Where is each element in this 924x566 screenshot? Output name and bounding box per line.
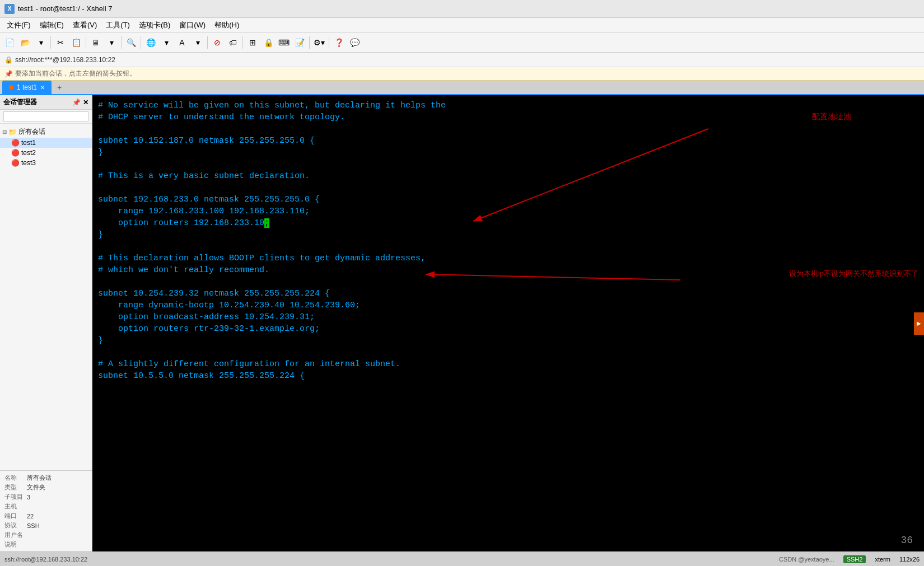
info-value-name: 所有会话 <box>26 473 88 483</box>
toolbar-keyboard-btn[interactable]: ⌨ <box>277 35 291 50</box>
info-row-port: 端口 22 <box>3 511 88 521</box>
annotation-address-pool: 配置地址池 <box>812 112 851 122</box>
sidebar-header: 会话管理器 📌 ✕ <box>0 95 92 110</box>
menu-file[interactable]: 文件(F) <box>2 19 35 31</box>
info-row-host: 主机 <box>3 502 88 511</box>
bottom-info-panel: 名称 所有会话 类型 文件夹 子项目 3 主机 端口 22 <box>0 470 92 551</box>
toolbar-lock-btn[interactable]: 🔒 <box>261 35 276 50</box>
status-ssh-badge: SSH2 <box>843 555 866 563</box>
tab-indicator <box>9 85 13 90</box>
sidebar-header-icons: 📌 ✕ <box>72 99 88 106</box>
toolbar-help-btn[interactable]: ❓ <box>332 35 346 50</box>
info-label-port: 端口 <box>3 511 26 521</box>
tab-close-btn[interactable]: ✕ <box>40 85 45 91</box>
sidebar-pin-icon[interactable]: 📌 <box>72 99 81 106</box>
main-layout: 会话管理器 📌 ✕ ⊟ 📁 所有会话 🔴 test1 🔴 test2 <box>0 95 924 551</box>
info-text: 要添加当前会话，点击左侧的箭头按钮。 <box>15 69 136 78</box>
info-label-protocol: 协议 <box>3 521 26 530</box>
tab-add-btn[interactable]: + <box>53 81 66 94</box>
right-edge-indicator: ▶ <box>914 312 924 335</box>
tree-root-label: 所有会话 <box>18 127 45 137</box>
info-label-note: 说明 <box>3 540 26 549</box>
toolbar-sep-3 <box>121 36 122 49</box>
info-icon: 📌 <box>4 70 13 78</box>
toolbar-copy-btn[interactable]: 📋 <box>69 35 83 50</box>
status-website: CSDN @yextaoye... <box>779 556 834 563</box>
ssh-address: ssh://root:***@192.168.233.10:22 <box>15 56 115 64</box>
toolbar-sep-5 <box>207 36 208 49</box>
info-bar: 📌 要添加当前会话，点击左侧的箭头按钮。 <box>0 67 924 81</box>
tree-label-test2: test2 <box>21 149 36 157</box>
menu-bar: 文件(F) 编辑(E) 查看(V) 工具(T) 选项卡(B) 窗口(W) 帮助(… <box>0 18 924 32</box>
info-value-note <box>26 540 88 549</box>
session-icon-test2: 🔴 <box>11 149 20 157</box>
info-label-name: 名称 <box>3 473 26 483</box>
toolbar-new-btn[interactable]: 📄 <box>2 35 17 50</box>
terminal-area[interactable]: # No service will be given on this subne… <box>92 95 924 551</box>
toolbar-dropdown3-btn[interactable]: ▾ <box>159 35 174 50</box>
toolbar-sep-8 <box>329 36 329 49</box>
info-value-children: 3 <box>26 492 88 502</box>
toolbar-connect-btn[interactable]: 🖥 <box>88 35 103 50</box>
toolbar-dropdown2-btn[interactable]: ▾ <box>104 35 119 50</box>
tree-item-root[interactable]: ⊟ 📁 所有会话 <box>0 126 92 138</box>
menu-tabs[interactable]: 选项卡(B) <box>134 19 175 31</box>
tab-bar: 1 test1 ✕ + <box>0 81 924 95</box>
info-label-username: 用户名 <box>3 530 26 540</box>
toolbar-sep-6 <box>242 36 243 49</box>
toolbar-resize-btn[interactable]: ⊞ <box>245 35 260 50</box>
sidebar-tree: ⊟ 📁 所有会话 🔴 test1 🔴 test2 🔴 test3 <box>0 124 92 470</box>
lock-icon: 🔒 <box>4 56 13 64</box>
menu-view[interactable]: 查看(V) <box>68 19 101 31</box>
sidebar-search <box>0 110 92 124</box>
tree-item-test3[interactable]: 🔴 test3 <box>0 158 92 168</box>
menu-help[interactable]: 帮助(H) <box>210 19 244 31</box>
sidebar-title: 会话管理器 <box>3 97 37 107</box>
toolbar-mark-btn[interactable]: 🏷 <box>226 35 240 50</box>
toolbar-session-dropdown-btn[interactable]: ⚙▾ <box>312 35 326 50</box>
collapse-icon: ⊟ <box>2 129 7 135</box>
info-value-username <box>26 530 88 540</box>
menu-window[interactable]: 窗口(W) <box>175 19 210 31</box>
toolbar-dropdown-btn[interactable]: ▾ <box>34 35 48 50</box>
status-address: ssh://root@192.168.233.10:22 <box>4 556 87 563</box>
info-row-note: 说明 <box>3 540 88 549</box>
tab-test1[interactable]: 1 test1 ✕ <box>2 81 52 94</box>
toolbar: 📄 📂 ▾ ✂ 📋 🖥 ▾ 🔍 🌐 ▾ A ▾ ⊘ 🏷 ⊞ 🔒 ⌨ 📝 ⚙▾ ❓… <box>0 32 924 53</box>
toolbar-dropdown4-btn[interactable]: ▾ <box>190 35 205 50</box>
info-row-children: 子项目 3 <box>3 492 88 502</box>
toolbar-globe-btn[interactable]: 🌐 <box>143 35 158 50</box>
info-row-name: 名称 所有会话 <box>3 473 88 483</box>
info-label-children: 子项目 <box>3 492 26 502</box>
terminal-content[interactable]: # No service will be given on this subne… <box>92 95 924 551</box>
menu-edit[interactable]: 编辑(E) <box>35 19 68 31</box>
session-icon-test3: 🔴 <box>11 159 20 167</box>
toolbar-stop-btn[interactable]: ⊘ <box>210 35 225 50</box>
info-row-protocol: 协议 SSH <box>3 521 88 530</box>
status-bar: ssh://root@192.168.233.10:22 CSDN @yexta… <box>0 551 924 566</box>
tree-item-test1[interactable]: 🔴 test1 <box>0 138 92 148</box>
menu-tools[interactable]: 工具(T) <box>101 19 134 31</box>
info-row-username: 用户名 <box>3 530 88 540</box>
tab-bar-wrapper: 1 test1 ✕ + <box>0 81 924 95</box>
sidebar-search-input[interactable] <box>3 111 88 121</box>
tree-item-test2[interactable]: 🔴 test2 <box>0 148 92 158</box>
app-icon: X <box>4 4 15 14</box>
sidebar-close-icon[interactable]: ✕ <box>83 99 88 106</box>
info-value-port: 22 <box>26 511 88 521</box>
toolbar-zoom-btn[interactable]: 🔍 <box>124 35 138 50</box>
toolbar-script-btn[interactable]: 📝 <box>292 35 307 50</box>
title-bar: X test1 - root@test1:/ - Xshell 7 <box>0 0 924 18</box>
toolbar-font-btn[interactable]: A <box>175 35 189 50</box>
toolbar-sep-7 <box>309 36 310 49</box>
toolbar-open-btn[interactable]: 📂 <box>18 35 32 50</box>
line-number: 36 <box>900 535 913 546</box>
folder-icon: 📁 <box>8 128 17 136</box>
info-value-host <box>26 502 88 511</box>
annotation-router-note: 设为本机ip不设为网关不然系统识别不了 <box>789 269 918 279</box>
info-table: 名称 所有会话 类型 文件夹 子项目 3 主机 端口 22 <box>3 473 88 549</box>
toolbar-chat-btn[interactable]: 💬 <box>347 35 362 50</box>
toolbar-cut-btn[interactable]: ✂ <box>53 35 68 50</box>
info-label-type: 类型 <box>3 483 26 492</box>
ssh-bar: 🔒 ssh://root:***@192.168.233.10:22 <box>0 53 924 67</box>
